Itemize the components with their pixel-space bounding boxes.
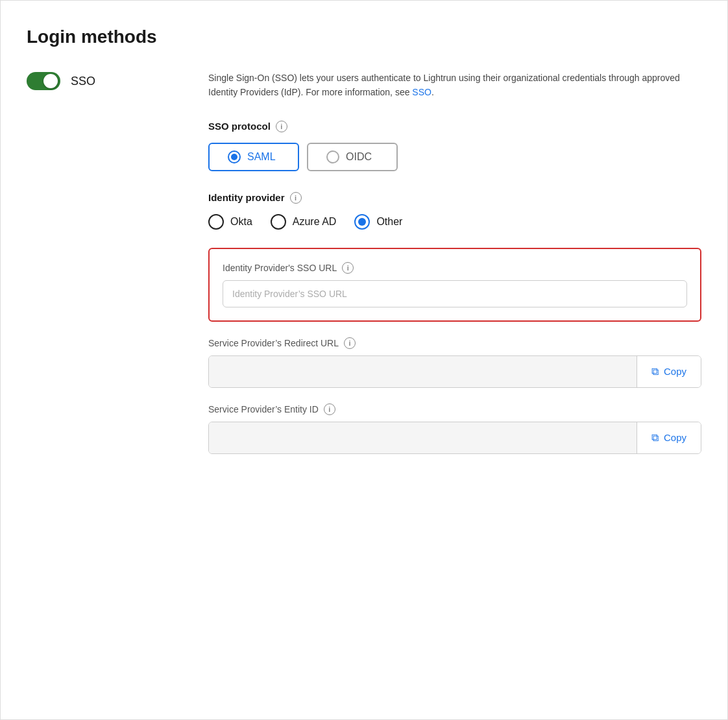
idp-okta[interactable]: Okta — [208, 214, 252, 230]
sso-left: SSO — [27, 71, 208, 90]
copy-label-1: Copy — [664, 366, 686, 377]
protocol-saml[interactable]: SAML — [208, 143, 299, 171]
oidc-radio-outer — [326, 150, 339, 163]
identity-provider-section: Identity provider i Okta Azure AD — [208, 192, 701, 230]
idp-info-icon[interactable]: i — [290, 192, 302, 204]
azure-radio — [271, 214, 286, 230]
sso-toggle[interactable] — [27, 72, 60, 90]
azure-label: Azure AD — [293, 216, 337, 228]
saml-radio-inner — [231, 154, 237, 160]
sp-entity-id-field: ⧉ Copy — [208, 422, 701, 454]
sp-redirect-url-field: ⧉ Copy — [208, 355, 701, 388]
protocol-options: SAML OIDC — [208, 143, 701, 171]
sso-label: SSO — [71, 75, 95, 88]
idp-sso-url-info-icon[interactable]: i — [342, 262, 354, 274]
sp-entity-id-copy-button[interactable]: ⧉ Copy — [637, 422, 701, 453]
okta-label: Okta — [230, 216, 252, 228]
sso-section: SSO Single Sign-On (SSO) lets your users… — [27, 71, 701, 470]
idp-other[interactable]: Other — [354, 214, 402, 230]
copy-icon-2: ⧉ — [651, 432, 659, 444]
sp-redirect-url-label: Service Provider’s Redirect URL i — [208, 337, 701, 349]
idp-azure-ad[interactable]: Azure AD — [271, 214, 337, 230]
oidc-label: OIDC — [346, 151, 372, 163]
page-container: Login methods SSO Single Sign-On (SSO) l… — [0, 0, 728, 720]
sp-entity-id-value — [209, 422, 637, 453]
sso-description: Single Sign-On (SSO) lets your users aut… — [208, 71, 701, 100]
sp-entity-id-label: Service Provider’s Entity ID i — [208, 403, 701, 415]
okta-radio — [208, 214, 224, 230]
sp-entity-id-info-icon[interactable]: i — [324, 403, 335, 415]
sp-redirect-url-value — [209, 356, 637, 387]
protocol-oidc[interactable]: OIDC — [307, 143, 398, 171]
protocol-info-icon[interactable]: i — [276, 121, 287, 132]
idp-sso-url-label: Identity Provider's SSO URL i — [223, 262, 687, 274]
other-radio — [354, 214, 370, 230]
toggle-knob — [43, 74, 58, 88]
sp-redirect-url-info-icon[interactable]: i — [344, 337, 356, 349]
idp-sso-url-section: Identity Provider's SSO URL i — [208, 248, 701, 322]
sp-redirect-url-section: Service Provider’s Redirect URL i ⧉ Copy — [208, 337, 701, 388]
saml-label: SAML — [247, 151, 276, 163]
sp-entity-id-section: Service Provider’s Entity ID i ⧉ Copy — [208, 403, 701, 454]
saml-radio-outer — [228, 150, 241, 163]
idp-options: Okta Azure AD Other — [208, 214, 701, 230]
page-title: Login methods — [27, 27, 701, 47]
protocol-section-label: SSO protocol i — [208, 121, 701, 132]
other-radio-inner — [358, 218, 366, 226]
other-label: Other — [376, 216, 402, 228]
copy-label-2: Copy — [664, 432, 686, 443]
idp-sso-url-input[interactable] — [223, 280, 687, 307]
copy-icon-1: ⧉ — [651, 366, 659, 378]
sp-redirect-url-copy-button[interactable]: ⧉ Copy — [637, 356, 701, 387]
idp-section-label: Identity provider i — [208, 192, 701, 204]
sso-right: Single Sign-On (SSO) lets your users aut… — [208, 71, 701, 470]
sso-link[interactable]: SSO — [412, 87, 431, 97]
